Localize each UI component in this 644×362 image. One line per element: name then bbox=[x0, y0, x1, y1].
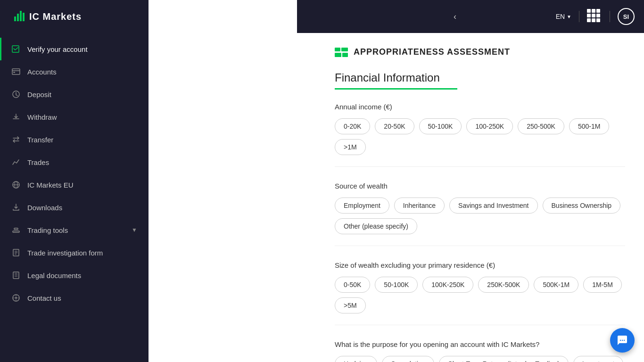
section-title: Financial Information bbox=[335, 71, 625, 84]
option-speculation[interactable]: Speculation bbox=[382, 356, 434, 362]
option-100-250k[interactable]: 100-250K bbox=[466, 118, 513, 134]
grid-dot bbox=[592, 18, 595, 22]
option-500-1m[interactable]: 500-1M bbox=[569, 118, 609, 134]
purpose-section: What is the purpose for you opening an a… bbox=[335, 340, 625, 362]
sidebar-item-label: Trade investigation form bbox=[27, 249, 103, 257]
option-inheritance[interactable]: Inheritance bbox=[394, 197, 445, 214]
svg-rect-28 bbox=[335, 48, 340, 51]
sidebar-item-trading-tools[interactable]: Trading tools ▼ bbox=[0, 219, 149, 241]
sidebar-item-label: Withdraw bbox=[27, 113, 57, 121]
option-0-50k[interactable]: 0-50K bbox=[335, 277, 370, 293]
sidebar-item-label: Accounts bbox=[27, 68, 57, 76]
lang-label: EN bbox=[556, 13, 565, 20]
section-header: Financial Information bbox=[335, 71, 625, 90]
option-gt-1m[interactable]: >1M bbox=[335, 139, 366, 155]
deposit-icon bbox=[11, 90, 21, 99]
option-250k-500k[interactable]: 250K-500K bbox=[478, 277, 529, 293]
sidebar-item-downloads[interactable]: Downloads bbox=[0, 196, 149, 219]
option-250-500k[interactable]: 250-500K bbox=[518, 118, 564, 134]
sidebar-item-trades[interactable]: Trades bbox=[0, 151, 149, 173]
sidebar-item-label: Verify your account bbox=[27, 45, 88, 53]
sidebar-item-label: IC Markets EU bbox=[27, 181, 74, 189]
section-underline bbox=[335, 88, 457, 90]
option-100k-250k[interactable]: 100K-250K bbox=[422, 277, 473, 293]
option-gt-5m[interactable]: >5M bbox=[335, 297, 366, 313]
sidebar-item-icmarkets-eu[interactable]: IC Markets EU bbox=[0, 173, 149, 196]
option-20-50k[interactable]: 20-50K bbox=[375, 118, 414, 134]
grid-dot bbox=[587, 14, 591, 17]
option-hedging[interactable]: Hedging bbox=[335, 356, 377, 362]
sidebar-item-label: Trades bbox=[27, 158, 49, 166]
user-avatar[interactable]: SI bbox=[618, 8, 635, 25]
option-business-ownership[interactable]: Business Ownership bbox=[543, 197, 621, 214]
svg-rect-12 bbox=[13, 231, 19, 232]
logo: IC Markets bbox=[0, 0, 149, 33]
svg-rect-0 bbox=[14, 16, 16, 21]
grid-dot bbox=[596, 14, 600, 17]
annual-income-options: 0-20K 20-50K 50-100K 100-250K 250-500K 5… bbox=[335, 118, 625, 155]
sidebar-item-transfer[interactable]: Transfer bbox=[0, 128, 149, 151]
source-of-wealth-options: Employment Inheritance Savings and Inves… bbox=[335, 197, 625, 234]
header: ‹ EN ▼ SI bbox=[297, 0, 644, 33]
sidebar-item-trade-investigation[interactable]: Trade investigation form bbox=[0, 241, 149, 264]
sidebar-item-withdraw[interactable]: Withdraw bbox=[0, 106, 149, 128]
svg-rect-5 bbox=[12, 69, 20, 74]
sidebar-navigation: Verify your account Accounts Deposit bbox=[0, 33, 149, 314]
content-wrapper: ‹ EN ▼ SI bbox=[149, 0, 644, 362]
sidebar-item-accounts[interactable]: Accounts bbox=[0, 60, 149, 83]
sidebar-item-contact-us[interactable]: Contact us bbox=[0, 287, 149, 309]
svg-rect-13 bbox=[14, 228, 18, 230]
svg-rect-31 bbox=[342, 53, 348, 57]
page-header: APPROPRIATENESS ASSESSMENT bbox=[335, 47, 625, 57]
sidebar-item-label: Transfer bbox=[27, 136, 53, 144]
option-employment[interactable]: Employment bbox=[335, 197, 389, 214]
annual-income-section: Annual income (€) 0-20K 20-50K 50-100K 1… bbox=[335, 103, 625, 167]
transfer-icon bbox=[11, 135, 21, 144]
user-initials: SI bbox=[623, 13, 629, 20]
sidebar-item-label: Deposit bbox=[27, 90, 51, 99]
option-50-100k[interactable]: 50-100K bbox=[419, 118, 462, 134]
grid-dot bbox=[587, 18, 591, 22]
svg-rect-18 bbox=[13, 272, 19, 279]
apps-grid-icon[interactable] bbox=[587, 9, 602, 24]
chat-bubble[interactable] bbox=[610, 328, 635, 353]
option-investment[interactable]: Investment bbox=[573, 356, 623, 362]
svg-point-32 bbox=[620, 340, 621, 341]
sidebar: IC Markets Verify your account bbox=[0, 0, 149, 362]
globe-icon bbox=[11, 180, 21, 189]
logo-bars-icon bbox=[13, 9, 26, 25]
sidebar-item-label: Downloads bbox=[27, 204, 62, 212]
verify-icon bbox=[11, 44, 21, 54]
main-content: APPROPRIATENESS ASSESSMENT Financial Inf… bbox=[316, 33, 644, 362]
wealth-size-options: 0-50K 50-100K 100K-250K 250K-500K 500K-1… bbox=[335, 277, 625, 313]
option-savings-investment[interactable]: Savings and Investment bbox=[449, 197, 537, 214]
trade-investigation-icon bbox=[11, 248, 21, 257]
grid-dot bbox=[592, 9, 595, 13]
grid-dot bbox=[596, 9, 600, 13]
wealth-size-label: Size of wealth excluding your primary re… bbox=[335, 261, 625, 269]
option-500k-1m[interactable]: 500K-1M bbox=[534, 277, 578, 293]
svg-rect-3 bbox=[23, 13, 25, 21]
language-selector[interactable]: EN ▼ bbox=[556, 13, 571, 20]
accounts-icon bbox=[11, 67, 21, 76]
grid-dot bbox=[592, 14, 595, 17]
withdraw-icon bbox=[11, 112, 21, 122]
source-of-wealth-label: Source of wealth bbox=[335, 182, 625, 190]
trading-tools-icon bbox=[11, 225, 21, 235]
svg-rect-30 bbox=[335, 53, 341, 57]
sidebar-item-verify[interactable]: Verify your account bbox=[0, 38, 149, 60]
logo-text: IC Markets bbox=[13, 9, 82, 25]
sidebar-item-deposit[interactable]: Deposit bbox=[0, 83, 149, 106]
logo-label: IC Markets bbox=[29, 11, 82, 22]
sidebar-item-legal-documents[interactable]: Legal documents bbox=[0, 264, 149, 287]
option-50-100k-w[interactable]: 50-100K bbox=[375, 277, 418, 293]
option-other[interactable]: Other (please specify) bbox=[335, 218, 417, 234]
option-short-term[interactable]: Short-Term Returns (Intraday Trading) bbox=[439, 356, 569, 362]
collapse-button[interactable]: ‹ bbox=[446, 0, 464, 33]
option-0-20k[interactable]: 0-20K bbox=[335, 118, 370, 134]
wealth-size-section: Size of wealth excluding your primary re… bbox=[335, 261, 625, 325]
contact-icon bbox=[11, 293, 21, 303]
svg-point-33 bbox=[622, 340, 623, 341]
option-1m-5m[interactable]: 1M-5M bbox=[583, 277, 622, 293]
svg-rect-2 bbox=[20, 11, 22, 21]
